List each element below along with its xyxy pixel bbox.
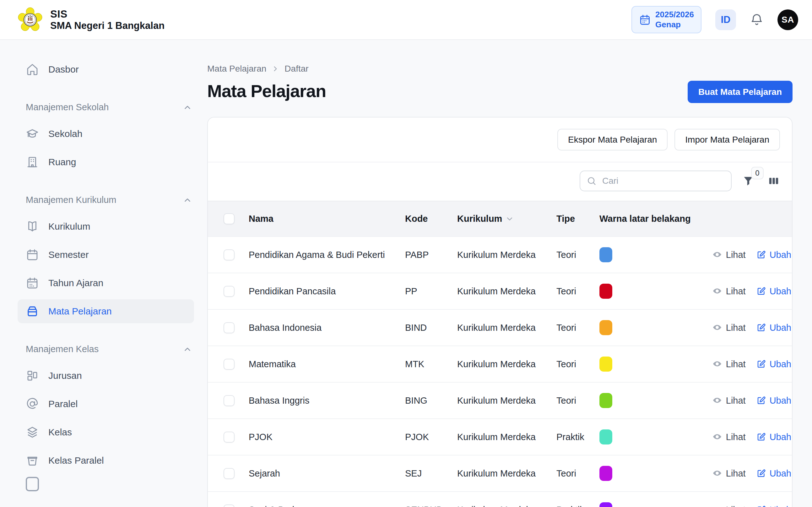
subject-code: MTK <box>405 359 457 370</box>
subject-name: Pendidikan Agama & Budi Pekerti <box>249 250 405 260</box>
sidebar-item-kelas[interactable]: Kelas <box>17 420 194 444</box>
subject-curriculum: Kurikulum Merdeka <box>457 468 556 479</box>
view-link[interactable]: Lihat <box>712 395 746 406</box>
page-title: Mata Pelajaran <box>207 81 326 101</box>
row-checkbox[interactable] <box>224 286 235 297</box>
edit-link[interactable]: Ubah <box>756 395 791 406</box>
chevron-down-icon[interactable] <box>505 215 514 223</box>
app-name: SIS <box>50 8 165 20</box>
sidebar-item-label: Dasbor <box>48 64 79 75</box>
column-header-warna: Warna latar belakang <box>600 214 791 224</box>
view-link[interactable]: Lihat <box>712 468 746 479</box>
subject-curriculum: Kurikulum Merdeka <box>457 505 556 507</box>
avatar[interactable]: SA <box>777 9 798 30</box>
eye-icon <box>712 323 722 333</box>
chevron-up-icon <box>183 195 192 205</box>
sidebar-item-label: Sekolah <box>48 128 82 139</box>
sidebar-item-semester[interactable]: Semester <box>17 243 194 267</box>
column-header-kurikulum[interactable]: Kurikulum <box>457 214 502 224</box>
sidebar-item-dasbor[interactable]: Dasbor <box>17 57 194 81</box>
row-checkbox[interactable] <box>224 505 235 507</box>
sidebar-item-paralel[interactable]: Paralel <box>17 392 194 416</box>
edit-link[interactable]: Ubah <box>756 468 791 479</box>
row-checkbox[interactable] <box>224 322 235 333</box>
row-checkbox[interactable] <box>224 359 235 370</box>
sidebar-section-manajemen-kelas[interactable]: Manajemen Kelas <box>26 344 192 354</box>
table-row: Pendidikan Agama & Budi Pekerti PABP Kur… <box>208 236 792 273</box>
row-checkbox[interactable] <box>224 432 235 443</box>
color-swatch <box>600 393 612 408</box>
sidebar-item-mata-pelajaran[interactable]: Mata Pelajaran <box>17 299 194 323</box>
subject-name: Seni & Budaya <box>249 505 405 507</box>
eye-icon <box>712 286 722 296</box>
section-title: Manajemen Sekolah <box>26 102 109 112</box>
columns-button[interactable] <box>767 175 780 187</box>
table-header: Nama Kode Kurikulum Tipe Warna latar bel… <box>208 201 792 236</box>
sidebar-item-tahun-ajaran[interactable]: Tahun Ajaran <box>17 271 194 295</box>
subject-type: Teori <box>556 359 600 370</box>
edit-icon <box>756 359 766 369</box>
sidebar-item-label: Jurusan <box>48 370 82 381</box>
view-link[interactable]: Lihat <box>712 359 746 370</box>
row-checkbox[interactable] <box>224 249 235 261</box>
sidebar-item-kurikulum[interactable]: Kurikulum <box>17 215 194 238</box>
search-input[interactable] <box>580 171 732 191</box>
filter-count-badge: 0 <box>751 167 764 179</box>
view-link[interactable]: Lihat <box>712 432 746 442</box>
edit-link[interactable]: Ubah <box>756 250 791 260</box>
table-body: Pendidikan Agama & Budi Pekerti PABP Kur… <box>208 236 792 507</box>
home-icon <box>26 63 39 76</box>
sidebar-section-manajemen-kurikulum[interactable]: Manajemen Kurikulum <box>26 195 192 205</box>
subject-code: BING <box>405 395 457 406</box>
graduation-cap-icon <box>26 127 39 140</box>
color-swatch <box>600 466 612 481</box>
subject-curriculum: Kurikulum Merdeka <box>457 395 556 406</box>
edit-link[interactable]: Ubah <box>756 286 791 296</box>
edit-icon <box>756 286 766 296</box>
subject-type: Teori <box>556 468 600 479</box>
view-link[interactable]: Lihat <box>712 505 746 507</box>
create-subject-button[interactable]: Buat Mata Pelajaran <box>688 81 793 103</box>
sidebar-item-kelas-paralel[interactable]: Kelas Paralel <box>17 449 194 472</box>
subject-type: Praktik <box>556 432 600 442</box>
color-swatch <box>600 284 612 299</box>
eye-icon <box>712 250 722 260</box>
edit-icon <box>756 432 766 442</box>
filter-button[interactable]: 0 <box>742 175 754 187</box>
chevron-right-icon <box>271 65 279 73</box>
edit-icon <box>756 505 766 507</box>
eye-icon <box>712 395 722 405</box>
view-link[interactable]: Lihat <box>712 250 746 260</box>
sidebar-item-jurusan[interactable]: Jurusan <box>17 364 194 388</box>
semester-label: Genap <box>655 20 694 30</box>
row-checkbox[interactable] <box>224 468 235 479</box>
edit-link[interactable]: Ubah <box>756 432 791 442</box>
sidebar-section-manajemen-sekolah[interactable]: Manajemen Sekolah <box>26 102 192 112</box>
sidebar-item-label: Tahun Ajaran <box>48 278 103 288</box>
row-checkbox[interactable] <box>224 395 235 406</box>
subject-code: PP <box>405 286 457 296</box>
import-subjects-button[interactable]: Impor Mata Pelajaran <box>675 129 780 151</box>
sidebar: Dasbor Manajemen Sekolah Sekolah Ruang M… <box>0 40 207 507</box>
at-sign-icon <box>26 397 39 410</box>
academic-year-selector[interactable]: 2025/2026 Genap <box>631 6 701 33</box>
academic-year-label: 2025/2026 <box>655 10 694 20</box>
subject-type: Teori <box>556 395 600 406</box>
sidebar-item-ruang[interactable]: Ruang <box>17 150 194 174</box>
view-link[interactable]: Lihat <box>712 286 746 296</box>
table-row: Pendidikan Pancasila PP Kurikulum Merdek… <box>208 273 792 309</box>
sidebar-item-sekolah[interactable]: Sekolah <box>17 122 194 146</box>
edit-link[interactable]: Ubah <box>756 323 791 333</box>
language-button[interactable]: ID <box>715 9 736 30</box>
edit-link[interactable]: Ubah <box>756 505 791 507</box>
select-all-checkbox[interactable] <box>224 213 235 224</box>
edit-link[interactable]: Ubah <box>756 359 791 370</box>
view-link[interactable]: Lihat <box>712 323 746 333</box>
brand: SIS SMA Negeri 1 Bangkalan <box>17 7 165 32</box>
notifications-button[interactable] <box>750 13 764 27</box>
breadcrumb-parent[interactable]: Mata Pelajaran <box>207 64 266 74</box>
export-subjects-button[interactable]: Ekspor Mata Pelajaran <box>557 129 668 151</box>
calendar-icon <box>639 14 651 26</box>
search-icon <box>586 176 597 186</box>
sidebar-item-partial[interactable] <box>17 477 194 491</box>
